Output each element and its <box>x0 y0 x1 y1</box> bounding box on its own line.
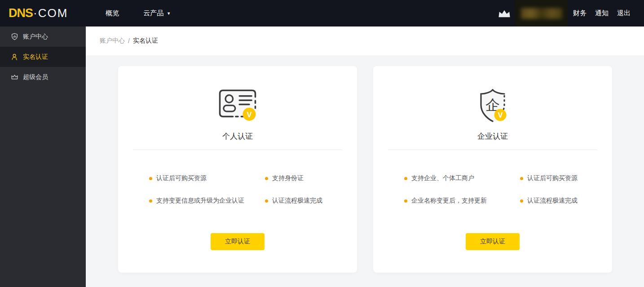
breadcrumb: 账户中心 / 实名认证 <box>86 26 644 55</box>
bullet-icon <box>520 199 523 203</box>
personal-auth-button[interactable]: 立即认证 <box>211 233 265 250</box>
link-notifications[interactable]: 通知 <box>595 9 609 18</box>
username-blur <box>521 8 562 19</box>
enterprise-auth-button[interactable]: 立即认证 <box>466 233 520 250</box>
card-title: 企业认证 <box>477 132 508 141</box>
crown-icon[interactable] <box>498 9 511 18</box>
sidebar-item-label: 超级会员 <box>23 73 48 81</box>
feature-item: 认证后可购买资源 <box>133 174 249 182</box>
feature-text: 支持身份证 <box>272 174 304 182</box>
logo-text-primary: DNS <box>9 6 33 20</box>
logo-text-secondary: ·COM <box>33 6 68 20</box>
main-area: 账户中心 / 实名认证 V 个人认证 <box>86 26 644 287</box>
bullet-icon <box>265 177 268 180</box>
feature-text: 支持企业、个体工商户 <box>411 174 474 182</box>
logo[interactable]: DNS ·COM <box>9 6 68 20</box>
feature-text: 认证后可购买资源 <box>527 174 578 182</box>
enterprise-auth-card: 企 V 企业认证 支持企业、个体工商户 认证后可购买资源 企业名称变更 <box>373 66 612 273</box>
sidebar-item-label: 实名认证 <box>23 53 48 61</box>
sidebar-item-realname-auth[interactable]: 实名认证 <box>0 47 86 67</box>
id-card-v-icon: V <box>215 87 260 128</box>
shield-enterprise-v-icon: 企 V <box>475 87 511 128</box>
nav-item-cloud-products[interactable]: 云产品 ▼ <box>143 9 171 18</box>
bullet-icon <box>404 199 407 203</box>
content-area: V 个人认证 认证后可购买资源 支持身份证 支持变更信息或升级为企业认证 <box>86 55 644 273</box>
bullet-icon <box>404 177 407 180</box>
breadcrumb-parent[interactable]: 账户中心 <box>100 37 125 45</box>
sidebar-item-account-center[interactable]: 账户中心 <box>0 26 86 47</box>
breadcrumb-separator: / <box>128 37 130 44</box>
topbar: DNS ·COM 概览 云产品 ▼ 财务 通知 退出 <box>0 0 644 26</box>
shield-chart-icon <box>11 33 18 40</box>
chevron-down-icon: ▼ <box>167 11 171 16</box>
sidebar: 账户中心 实名认证 超级会员 <box>0 26 86 287</box>
feature-list: 认证后可购买资源 支持身份证 支持变更信息或升级为企业认证 认证流程极速完成 <box>133 174 342 205</box>
feature-item: 支持企业、个体工商户 <box>388 174 504 182</box>
divider <box>388 150 597 150</box>
link-finance[interactable]: 财务 <box>573 9 587 18</box>
feature-item: 支持变更信息或升级为企业认证 <box>133 197 249 205</box>
feature-item: 认证流程极速完成 <box>249 197 342 205</box>
personal-auth-card: V 个人认证 认证后可购买资源 支持身份证 支持变更信息或升级为企业认证 <box>118 66 357 273</box>
divider <box>133 150 342 150</box>
top-nav: 概览 云产品 ▼ <box>106 9 171 18</box>
nav-item-label: 概览 <box>106 9 119 18</box>
breadcrumb-current: 实名认证 <box>133 37 158 45</box>
bullet-icon <box>149 177 152 180</box>
username-redacted[interactable] <box>516 0 568 26</box>
nav-item-label: 云产品 <box>143 9 163 18</box>
topbar-links: 财务 通知 退出 <box>573 9 631 18</box>
person-icon <box>11 53 18 61</box>
feature-text: 认证后可购买资源 <box>156 174 207 182</box>
feature-text: 企业名称变更后，支持更新 <box>411 197 487 205</box>
sidebar-item-label: 账户中心 <box>23 33 48 41</box>
v-badge: V <box>247 110 251 119</box>
crown-icon <box>11 73 18 81</box>
bullet-icon <box>149 199 152 203</box>
feature-list: 支持企业、个体工商户 认证后可购买资源 企业名称变更后，支持更新 认证流程极速完… <box>388 174 597 205</box>
bullet-icon <box>520 177 523 180</box>
feature-text: 认证流程极速完成 <box>527 197 578 205</box>
topbar-right: 财务 通知 退出 <box>498 0 644 26</box>
sidebar-item-super-member[interactable]: 超级会员 <box>0 67 86 87</box>
feature-text: 认证流程极速完成 <box>272 197 322 205</box>
feature-item: 认证流程极速完成 <box>504 197 597 205</box>
card-title: 个人认证 <box>222 132 253 141</box>
v-badge: V <box>498 111 503 119</box>
feature-item: 认证后可购买资源 <box>504 174 597 182</box>
bullet-icon <box>265 199 268 203</box>
nav-item-overview[interactable]: 概览 <box>106 9 119 18</box>
feature-item: 企业名称变更后，支持更新 <box>388 197 504 205</box>
feature-text: 支持变更信息或升级为企业认证 <box>156 197 244 205</box>
link-logout[interactable]: 退出 <box>617 9 631 18</box>
feature-item: 支持身份证 <box>249 174 342 182</box>
